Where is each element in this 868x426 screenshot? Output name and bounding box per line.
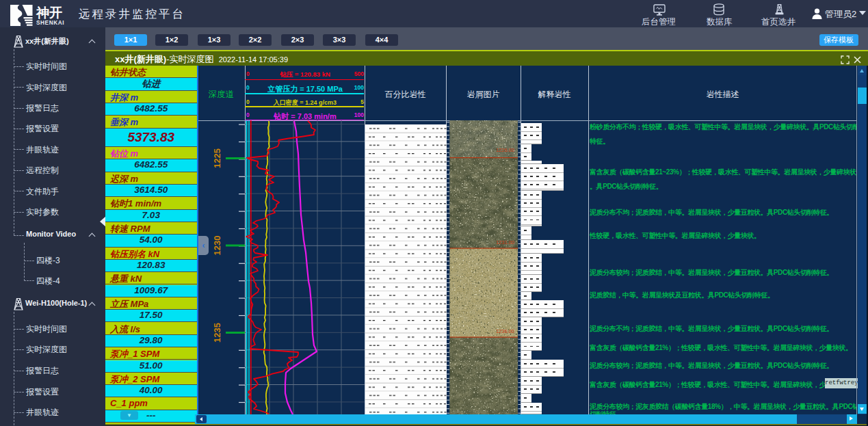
svg-text:1225: 1225 <box>212 148 222 168</box>
svg-text:SHENKAI: SHENKAI <box>36 20 64 26</box>
svg-text:神开: 神开 <box>36 5 62 20</box>
svg-text:1230: 1230 <box>212 236 222 256</box>
svg-text:1235: 1235 <box>212 323 222 343</box>
